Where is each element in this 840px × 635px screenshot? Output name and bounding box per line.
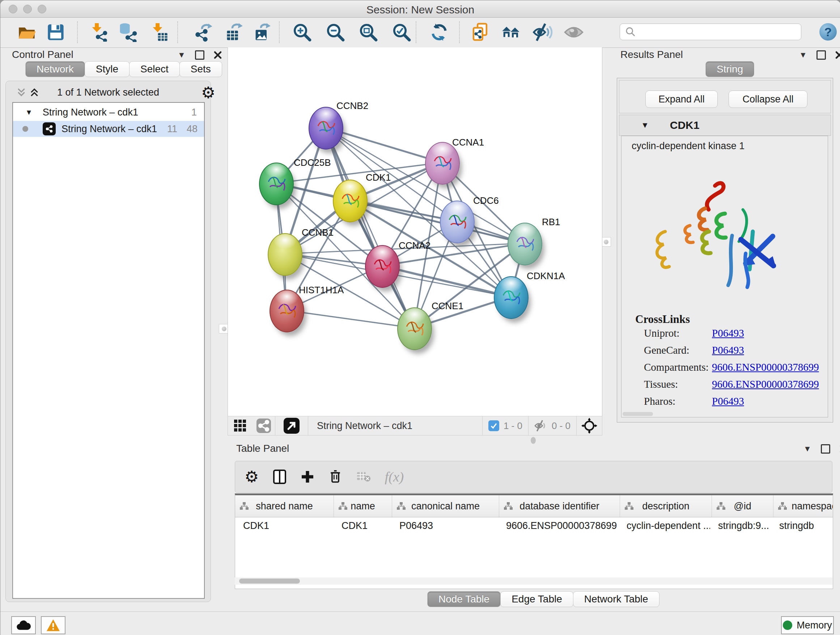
table-cell: stringdb:9... xyxy=(710,520,771,532)
question-mark-icon: ? xyxy=(824,25,832,39)
crosslink-row: GeneCard:P06493 xyxy=(644,344,828,356)
section-triangle-icon[interactable]: ▼ xyxy=(641,120,649,130)
protein-node-cdc25b[interactable] xyxy=(259,163,294,205)
column-header-namespace[interactable]: namespace xyxy=(774,495,833,517)
network-tree: ▼ String Network – cdk1 1 String Network… xyxy=(12,102,205,599)
protein-node-ccna2[interactable] xyxy=(365,245,400,288)
results-hscroll-thumb[interactable] xyxy=(622,412,653,416)
table-row[interactable]: CDK1CDK1P064939606.ENSP00000378699cyclin… xyxy=(235,517,833,534)
selected-checkbox[interactable] xyxy=(488,420,499,431)
tab-network[interactable]: Network xyxy=(25,61,85,77)
network-row[interactable]: String Network – cdk1 11 48 xyxy=(13,121,204,137)
protein-node-ccne1[interactable] xyxy=(397,307,432,350)
column-header-database-identifier[interactable]: database identifier xyxy=(499,495,620,517)
crosslink-label: Compartments: xyxy=(644,361,712,373)
application-window: Session: New Session xyxy=(0,0,840,635)
column-header-description[interactable]: description xyxy=(620,495,712,517)
protein-node-ccna1[interactable] xyxy=(425,142,460,185)
table-hscroll-thumb[interactable] xyxy=(239,578,300,584)
hidden-counter: 0 - 0 xyxy=(529,419,576,432)
protein-node-rb1[interactable] xyxy=(508,223,542,265)
float-panel-icon[interactable] xyxy=(195,50,204,60)
crosslink-link[interactable]: P06493 xyxy=(712,344,744,356)
import-network-from-file-button[interactable] xyxy=(88,22,109,42)
protein-node-hist1h1a[interactable] xyxy=(270,290,304,333)
crosslink-link[interactable]: 9606.ENSP00000378699 xyxy=(712,378,819,390)
column-header-canonical-name[interactable]: canonical name xyxy=(392,495,499,517)
cloud-status-button[interactable] xyxy=(11,616,36,634)
float-panel-icon[interactable] xyxy=(821,444,830,454)
right-splitter-handle[interactable] xyxy=(601,237,611,247)
protein-node-cdc6[interactable] xyxy=(440,201,475,243)
collapse-panel-icon[interactable]: ▼ xyxy=(178,50,186,60)
toolbar-separator xyxy=(279,21,279,43)
import-network-from-database-button[interactable] xyxy=(118,22,138,42)
save-session-button[interactable] xyxy=(46,22,66,42)
collapse-panel-icon[interactable]: ▼ xyxy=(804,444,812,454)
open-in-browser-button[interactable] xyxy=(275,416,308,435)
collapse-panel-icon[interactable]: ▼ xyxy=(799,50,807,60)
close-panel-icon[interactable] xyxy=(835,51,840,59)
crosslink-link[interactable]: P06493 xyxy=(712,327,744,339)
network-canvas[interactable]: CCNB2CCNA1CDC25BCDK1CDC6RB1CCNB1CCNA2CDK… xyxy=(227,48,602,416)
collapse-all-button[interactable]: Collapse All xyxy=(729,90,807,108)
gear-icon[interactable]: ⚙ xyxy=(201,85,215,101)
clone-network-button[interactable] xyxy=(470,22,491,42)
tab-select[interactable]: Select xyxy=(129,61,180,77)
node-label-ccnb2: CCNB2 xyxy=(336,100,368,111)
float-panel-icon[interactable] xyxy=(816,50,826,60)
crosslink-link[interactable]: 9606.ENSP00000378699 xyxy=(712,361,819,373)
tab-node-table[interactable]: Node Table xyxy=(427,591,501,607)
warnings-button[interactable] xyxy=(41,616,65,634)
protein-node-cdk1[interactable] xyxy=(333,180,368,222)
zoom-in-button[interactable] xyxy=(292,22,312,42)
zoom-fit-button[interactable] xyxy=(358,22,378,42)
open-session-button[interactable] xyxy=(17,22,37,42)
string-style-button[interactable] xyxy=(253,416,275,435)
search-icon xyxy=(625,27,636,37)
protein-node-ccnb2[interactable] xyxy=(309,107,343,149)
crosslink-link[interactable]: P06493 xyxy=(712,395,744,407)
export-image-button[interactable] xyxy=(252,22,272,42)
node-label-ccnb1: CCNB1 xyxy=(302,227,333,238)
show-columns-button[interactable] xyxy=(272,469,287,485)
help-button[interactable]: ? xyxy=(819,23,837,41)
node-label-cdc6: CDC6 xyxy=(473,195,499,206)
expand-all-button[interactable]: Expand All xyxy=(645,90,718,108)
collapse-triangle-icon[interactable]: ▼ xyxy=(25,108,33,117)
add-column-button[interactable] xyxy=(301,470,314,484)
hide-graphics-details-button[interactable] xyxy=(532,22,553,42)
apply-layout-button[interactable] xyxy=(429,22,449,42)
show-graphics-details-button[interactable] xyxy=(564,22,584,42)
cdk1-section-header[interactable]: ▼ CDK1 xyxy=(619,115,831,136)
delete-column-button[interactable] xyxy=(328,469,343,485)
zoom-out-button[interactable] xyxy=(325,22,346,42)
column-header-@id[interactable]: @id xyxy=(712,495,774,517)
new-table-icon xyxy=(225,23,243,42)
tab-style[interactable]: Style xyxy=(85,61,129,77)
protein-node-cdkn1a[interactable] xyxy=(494,276,529,319)
tab-sets[interactable]: Sets xyxy=(180,61,222,77)
control-panel-title: Control Panel xyxy=(12,49,73,60)
protein-node-ccnb1[interactable] xyxy=(268,233,302,276)
crosslink-row: Tissues:9606.ENSP00000378699 xyxy=(644,378,828,390)
search-input[interactable] xyxy=(639,26,801,38)
fit-selection-button[interactable] xyxy=(576,416,602,435)
collection-count: 1 xyxy=(191,107,197,118)
zoom-selected-button[interactable] xyxy=(392,22,412,42)
memory-button[interactable]: Memory xyxy=(781,616,834,634)
grid-view-button[interactable] xyxy=(228,416,253,435)
houses-button[interactable] xyxy=(501,22,521,42)
table-settings-button[interactable]: ⚙ xyxy=(245,469,259,485)
network-collection-row[interactable]: ▼ String Network – cdk1 1 xyxy=(13,104,204,120)
import-table-from-file-button[interactable] xyxy=(149,22,170,42)
tab-edge-table[interactable]: Edge Table xyxy=(500,591,573,607)
column-header-shared-name[interactable]: shared name xyxy=(235,495,334,517)
toolbar-separator xyxy=(77,21,78,43)
column-header-name[interactable]: name xyxy=(334,495,392,517)
close-panel-icon[interactable] xyxy=(214,51,222,59)
new-network-button[interactable] xyxy=(194,22,214,42)
new-table-button[interactable] xyxy=(224,22,244,42)
tab-network-table[interactable]: Network Table xyxy=(573,591,660,607)
tab-string[interactable]: String xyxy=(706,61,754,77)
